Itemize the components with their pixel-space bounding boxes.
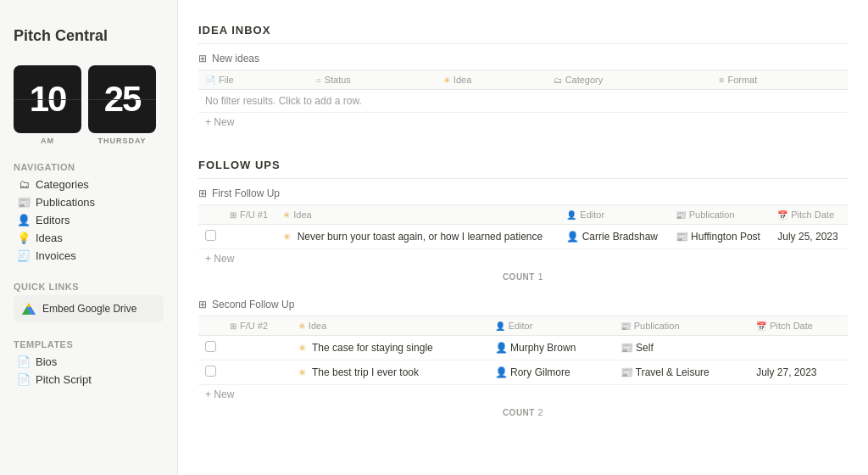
clock-hour-card: 10 [14,65,81,133]
template-pitch-script-label: Pitch Script [36,373,92,386]
navigation-section: NAVIGATION 🗂 Categories 📰 Publications 👤… [14,162,164,265]
idea-star-2a: ✳ [298,343,306,353]
nav-categories[interactable]: 🗂 Categories [14,176,164,193]
categories-icon: 🗂 [17,178,31,191]
idea-star-2b: ✳ [298,367,306,377]
navigation-heading: NAVIGATION [14,162,164,172]
first-fu-count: COUNT 1 [198,268,848,285]
sidebar: Pitch Central 10 25 AM THURSDAY NAVIGATI… [0,0,178,475]
category-col-icon: 🗂 [554,75,562,85]
editor1-icon: 👤 [566,210,576,220]
ideas-icon: 💡 [17,232,31,244]
date2-icon: 📅 [756,321,766,331]
google-drive-icon [22,302,36,316]
editor-person-icon-2a: 👤 [495,342,510,354]
idea1-icon: ✳ [283,210,290,220]
no-filter-message: No filter results. Click to add a row. [198,90,848,113]
no-filter-row: No filter results. Click to add a row. [198,90,848,113]
fu2-cell-1 [223,336,292,360]
pub2-icon: 📰 [620,321,631,331]
first-follow-up-block: ⊞ First Follow Up ⊞ F/U #1 [198,187,848,285]
quick-links-heading: QUICK LINKS [14,282,164,292]
template-bios-label: Bios [36,355,57,368]
pub1-icon: 📰 [676,210,686,220]
date-cell-2a [749,336,848,360]
templates-heading: TEMPLATES [14,339,164,349]
nav-label-publications: Publications [36,196,95,209]
fu2-cell-2 [223,360,292,385]
publications-icon: 📰 [17,196,31,209]
table-row: ✳ The case for staying single 👤 Murphy B… [198,336,848,360]
date1-icon: 📅 [777,210,787,220]
invoices-icon: 🧾 [17,249,31,262]
pitch-script-file-icon: 📄 [17,373,31,386]
follow-ups-title: FOLLOW UPS [198,148,848,179]
idea-cell-2a: ✳ The case for staying single [292,336,488,360]
th-idea-2: ✳ Idea [292,316,488,336]
format-col-icon: ≡ [720,75,725,85]
col-file: 📄 File [198,70,309,90]
status-col-icon: ○ [316,75,321,85]
clock-minute: 25 [104,81,141,117]
flip-clock-widget: 10 25 AM THURSDAY [14,65,164,145]
editors-icon: 👤 [17,214,31,226]
pub-icon-1: 📰 [676,231,691,243]
nav-label-invoices: Invoices [36,249,76,262]
idea-star-1: ✳ [283,232,291,242]
idea-cell-1: ✳ Never burn your toast again, or how I … [276,225,559,249]
idea-inbox-title: IDEA INBOX [198,14,848,44]
editor2-icon: 👤 [495,321,505,331]
clock-hour: 10 [30,81,66,117]
main-content: IDEA INBOX ⊞ New ideas 📄 File [178,0,868,475]
google-drive-label: Embed Google Drive [42,303,136,315]
idea2-icon: ✳ [298,321,305,331]
nav-label-categories: Categories [36,178,89,191]
follow-ups-section: FOLLOW UPS ⊞ First Follow Up ⊞ [198,148,848,421]
th-checkbox-2 [198,316,223,336]
template-bios[interactable]: 📄 Bios [14,353,164,371]
template-pitch-script[interactable]: 📄 Pitch Script [14,371,164,388]
date-cell-2b: July 27, 2023 [749,360,848,385]
pub-icon-2a: 📰 [620,342,636,354]
second-fu-new-row[interactable]: + New [198,385,848,404]
idea-inbox-table: 📄 File ○ Status ✳ [198,70,848,113]
row-checkbox-2a[interactable] [205,341,216,352]
file-col-icon: 📄 [205,75,215,85]
idea-col-icon: ✳ [443,75,450,85]
th-date-2: 📅 Pitch Date [749,316,848,336]
th-fu2: ⊞ F/U #2 [223,316,292,336]
clock-day: THURSDAY [88,137,156,145]
fu1-icon: ⊞ [230,210,236,220]
nav-publications[interactable]: 📰 Publications [14,193,164,211]
bios-file-icon: 📄 [17,355,31,368]
th-idea-1: ✳ Idea [276,205,559,225]
idea-inbox-new-row[interactable]: + New [198,113,848,131]
second-follow-up-block: ⊞ Second Follow Up ⊞ F/U #2 [198,299,848,421]
nav-label-editors: Editors [36,214,70,226]
google-drive-button[interactable]: Embed Google Drive [14,295,164,322]
th-checkbox-1 [198,205,223,225]
second-fu-count: COUNT 2 [198,404,848,421]
new-ideas-label: ⊞ New ideas [198,53,848,64]
th-pub-2: 📰 Publication [614,316,749,336]
first-follow-up-table: ⊞ F/U #1 ✳ Idea [198,204,848,249]
nav-label-ideas: Ideas [36,232,63,244]
nav-ideas[interactable]: 💡 Ideas [14,229,164,247]
pub-icon-2b: 📰 [620,366,636,378]
clock-period: AM [14,137,81,145]
th-editor-2: 👤 Editor [488,316,614,336]
pub-cell-2b: 📰 Travel & Leisure [614,360,749,385]
col-category: 🗂 Category [547,70,713,90]
row-checkbox-1[interactable] [205,230,216,241]
nav-invoices[interactable]: 🧾 Invoices [14,247,164,265]
fu1-cell [223,225,276,249]
row-checkbox-2b[interactable] [205,366,216,377]
idea-cell-2b: ✳ The best trip I ever took [292,360,488,385]
first-fu-new-row[interactable]: + New [198,249,848,268]
idea-inbox-section: IDEA INBOX ⊞ New ideas 📄 File [198,14,848,131]
second-fu-db-icon: ⊞ [198,299,207,310]
new-ideas-db-icon: ⊞ [198,53,207,64]
editor-cell-2a: 👤 Murphy Brown [488,336,614,360]
nav-editors[interactable]: 👤 Editors [14,211,164,229]
th-date-1: 📅 Pitch Date [771,205,848,225]
